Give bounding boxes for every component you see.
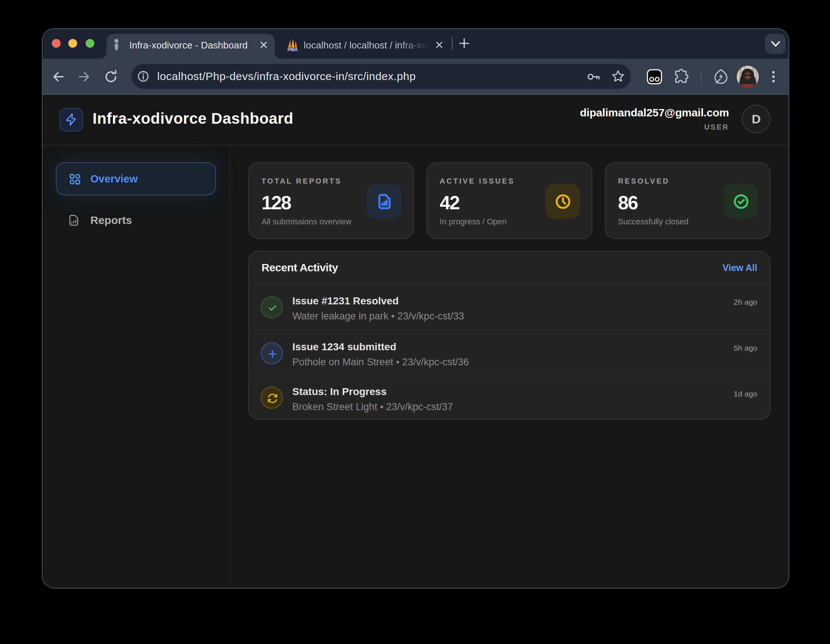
svg-text:PMA: PMA bbox=[288, 47, 298, 51]
